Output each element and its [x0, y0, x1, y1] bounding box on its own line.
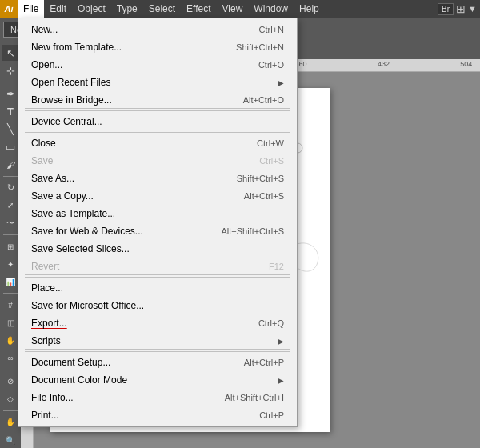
menu-new[interactable]: New... Ctrl+N [18, 21, 297, 38]
menu-device-central[interactable]: Device Central... [18, 113, 297, 130]
menu-export[interactable]: Export... Ctrl+Q [18, 314, 297, 332]
menu-save-as[interactable]: Save As... Shift+Ctrl+S [18, 170, 297, 187]
menu-save-template[interactable]: Save as Template... [18, 205, 297, 222]
menu-open[interactable]: Open... Ctrl+O [18, 56, 297, 74]
file-menu: New... Ctrl+N New from Template... Shift… [18, 18, 298, 427]
menu-scripts[interactable]: Scripts ▶ [18, 332, 297, 350]
menu-save-msoffice[interactable]: Save for Microsoft Office... [18, 297, 297, 314]
menu-save-slices[interactable]: Save Selected Slices... [18, 240, 297, 258]
menu-open-recent[interactable]: Open Recent Files ▶ [18, 74, 297, 91]
menu-revert[interactable]: Revert F12 [18, 258, 297, 275]
menu-save[interactable]: Save Ctrl+S [18, 152, 297, 170]
menu-save-copy[interactable]: Save a Copy... Alt+Ctrl+S [18, 187, 297, 205]
menu-save-web[interactable]: Save for Web & Devices... Alt+Shift+Ctrl… [18, 222, 297, 240]
dropdown-overlay[interactable]: New... Ctrl+N New from Template... Shift… [0, 0, 480, 448]
menu-place[interactable]: Place... [18, 279, 297, 297]
menu-document-setup[interactable]: Document Setup... Alt+Ctrl+P [18, 354, 297, 371]
menu-print[interactable]: Print... Ctrl+P [18, 406, 297, 424]
menu-document-color[interactable]: Document Color Mode ▶ [18, 371, 297, 389]
menu-file-info[interactable]: File Info... Alt+Shift+Ctrl+I [18, 389, 297, 406]
menu-new-template[interactable]: New from Template... Shift+Ctrl+N [18, 38, 297, 56]
menu-browse-bridge[interactable]: Browse in Bridge... Alt+Ctrl+O [18, 91, 297, 109]
menu-close[interactable]: Close Ctrl+W [18, 134, 297, 152]
